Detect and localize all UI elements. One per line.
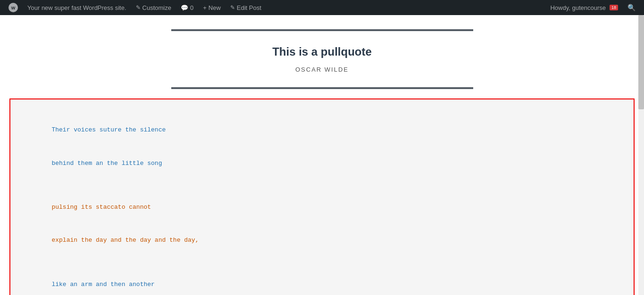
code-block-wrapper: Their voices suture the silence behind t… (0, 98, 644, 295)
comments-count: 0 (190, 4, 193, 11)
search-icon: 🔍 (627, 4, 636, 11)
scrollbar[interactable] (638, 15, 644, 295)
howdy-label: Howdy, gutencourse (550, 4, 606, 11)
customize-button[interactable]: ✎ Customize (131, 0, 176, 15)
code-line-5: like an arm and then another (51, 281, 154, 288)
user-menu-button[interactable]: Howdy, gutencourse 18 (545, 0, 623, 15)
selected-code-block[interactable]: Their voices suture the silence behind t… (9, 98, 635, 295)
customize-label: Customize (142, 4, 171, 11)
code-line-2: behind them an the little song (51, 160, 162, 167)
customize-icon: ✎ (136, 4, 141, 11)
edit-icon: ✎ (230, 4, 235, 11)
svg-text:W: W (11, 6, 16, 10)
page-wrapper: This is a pullquote OSCAR WILDE Their vo… (0, 15, 644, 295)
admin-bar: W Your new super fast WordPress site. ✎ … (0, 0, 644, 15)
edit-post-label: Edit Post (237, 4, 261, 11)
site-name-button[interactable]: Your new super fast WordPress site. (23, 0, 131, 15)
scrollbar-thumb[interactable] (638, 15, 644, 109)
site-name-label: Your new super fast WordPress site. (27, 4, 126, 11)
pullquote-text: This is a pullquote (181, 45, 464, 58)
wp-logo-icon: W (8, 3, 18, 12)
content-area: This is a pullquote OSCAR WILDE (162, 15, 483, 89)
adminbar-right: Howdy, gutencourse 18 🔍 (545, 0, 640, 15)
wp-logo-button[interactable]: W (4, 0, 23, 15)
code-line-4: explain the day and the day and the day, (51, 237, 199, 244)
code-line-1: Their voices suture the silence (51, 126, 166, 133)
code-line-3: pulsing its staccato cannot (51, 204, 151, 211)
new-label: New (209, 4, 221, 11)
comments-button[interactable]: 💬 0 (176, 0, 198, 15)
search-button[interactable]: 🔍 (623, 0, 640, 15)
pullquote-citation: OSCAR WILDE (181, 66, 464, 73)
comments-icon: 💬 (181, 4, 188, 11)
pullquote-block: This is a pullquote OSCAR WILDE (171, 29, 473, 89)
edit-post-button[interactable]: ✎ Edit Post (226, 0, 266, 15)
code-text: Their voices suture the silence behind t… (22, 114, 622, 295)
new-plus-icon: + (203, 4, 207, 11)
user-avatar-badge: 18 (610, 5, 618, 10)
new-button[interactable]: + New (198, 0, 226, 15)
adminbar-left: W Your new super fast WordPress site. ✎ … (4, 0, 545, 15)
